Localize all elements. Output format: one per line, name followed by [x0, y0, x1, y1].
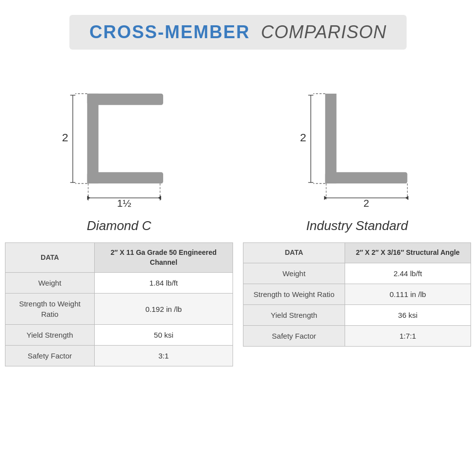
title-bold: CROSS-MEMBER	[89, 22, 250, 42]
table-row: Safety Factor1:7:1	[243, 325, 471, 346]
page-title: CROSS-MEMBER COMPARISON	[89, 22, 386, 43]
svg-marker-7	[87, 196, 90, 200]
svg-rect-12	[87, 172, 163, 183]
right-row-value-0: 2.44 lb/ft	[345, 263, 471, 284]
right-header-col1: DATA	[243, 243, 345, 263]
svg-rect-11	[87, 94, 99, 183]
table-header-row: DATA 2″ X 2″ X 3/16″ Structural Angle	[243, 243, 471, 263]
left-row-label-2: Yield Strength	[5, 325, 95, 346]
left-row-value-3: 3:1	[94, 346, 233, 366]
left-row-value-0: 1.84 lb/ft	[94, 273, 233, 294]
right-table: DATA 2″ X 2″ X 3/16″ Structural Angle We…	[243, 242, 471, 347]
svg-text:2: 2	[300, 131, 306, 144]
left-header-col1: DATA	[5, 243, 95, 273]
table-row: Safety Factor3:1	[5, 346, 233, 366]
svg-rect-10	[87, 94, 163, 105]
table-row: Weight1.84 lb/ft	[5, 273, 233, 294]
table-row: Yield Strength36 ksi	[243, 304, 471, 325]
svg-marker-22	[324, 196, 327, 200]
table-row: Yield Strength50 ksi	[5, 325, 233, 346]
table-header-row: DATA 2″ X 11 Ga Grade 50 Engineered Chan…	[5, 243, 233, 273]
left-row-label-1: Strength to Weight Ratio	[5, 294, 95, 325]
right-row-label-3: Safety Factor	[243, 325, 345, 346]
right-header-col2: 2″ X 2″ X 3/16″ Structural Angle	[345, 243, 471, 263]
table-row: Weight2.44 lb/ft	[243, 263, 471, 284]
header-box: CROSS-MEMBER COMPARISON	[69, 15, 406, 50]
left-row-label-0: Weight	[5, 273, 95, 294]
left-row-value-1: 0.192 in /lb	[94, 294, 233, 325]
table-row: Strength to Weight Ratio0.192 in /lb	[5, 294, 233, 325]
right-row-label-2: Yield Strength	[243, 304, 345, 325]
svg-rect-26	[325, 172, 408, 183]
right-column: 2 2 Industry Standard	[243, 60, 471, 366]
left-header-col2: 2″ X 11 Ga Grade 50 Engineered Channel	[94, 243, 233, 273]
left-column: 2 1½	[5, 60, 233, 366]
right-row-value-1: 0.111 in /lb	[345, 284, 471, 304]
svg-marker-8	[158, 196, 161, 200]
left-row-label-3: Safety Factor	[5, 346, 95, 366]
right-shape-label: Industry Standard	[306, 218, 408, 234]
title-italic: COMPARISON	[261, 22, 386, 42]
svg-text:1½: 1½	[117, 197, 131, 209]
right-row-label-0: Weight	[243, 263, 345, 284]
svg-text:2: 2	[62, 131, 68, 144]
diamond-c-diagram: 2 1½	[5, 67, 233, 211]
svg-rect-25	[325, 94, 337, 183]
left-row-value-2: 50 ksi	[94, 325, 233, 346]
left-shape-label: Diamond C	[87, 218, 151, 234]
table-row: Strength to Weight Ratio0.111 in /lb	[243, 284, 471, 304]
main-columns: 2 1½	[5, 60, 471, 366]
industry-standard-diagram: 2 2	[243, 67, 471, 211]
left-diagram-area: 2 1½	[5, 60, 233, 218]
right-diagram-area: 2 2	[243, 60, 471, 218]
svg-marker-23	[405, 196, 408, 200]
right-row-value-2: 36 ksi	[345, 304, 471, 325]
right-row-value-3: 1:7:1	[345, 325, 471, 346]
svg-text:2: 2	[363, 197, 369, 209]
left-table: DATA 2″ X 11 Ga Grade 50 Engineered Chan…	[5, 242, 233, 366]
right-row-label-1: Strength to Weight Ratio	[243, 284, 345, 304]
